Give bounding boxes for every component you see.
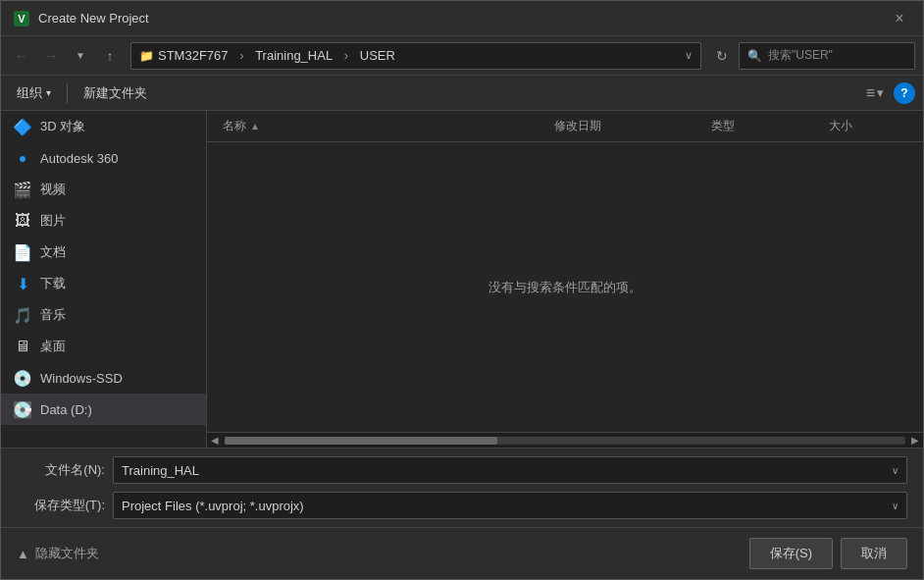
refresh-button[interactable]: ↻	[709, 43, 735, 69]
col-date-label: 修改日期	[554, 119, 601, 132]
sort-arrow: ▲	[250, 121, 260, 132]
sidebar-item-music[interactable]: 🎵 音乐	[1, 299, 206, 331]
nav-bar: ← → ▼ ↑ 📁 STM32F767 › Training_HAL › USE…	[1, 36, 923, 76]
scroll-track[interactable]	[225, 437, 905, 445]
breadcrumb-part-1[interactable]: STM32F767	[158, 48, 229, 63]
filename-dropdown-arrow[interactable]: ∨	[892, 465, 898, 476]
sidebar-item-downloads[interactable]: ⬇ 下载	[1, 268, 206, 299]
sidebar-label-data-d: Data (D:)	[40, 402, 92, 417]
horizontal-scrollbar[interactable]: ◀ ▶	[207, 432, 923, 448]
help-button[interactable]: ?	[894, 82, 915, 104]
breadcrumb-part-3[interactable]: USER	[360, 48, 395, 63]
sidebar-label-downloads: 下载	[40, 275, 66, 292]
col-size-label: 大小	[829, 119, 852, 132]
file-list-header[interactable]: 名称 ▲ 修改日期 类型 大小	[207, 111, 923, 142]
breadcrumb-bar[interactable]: 📁 STM32F767 › Training_HAL › USER ∨	[130, 42, 701, 70]
organize-arrow: ▾	[46, 87, 51, 98]
new-folder-label: 新建文件夹	[83, 84, 147, 102]
data-d-icon: 💽	[13, 399, 32, 419]
filetype-label: 保存类型(T):	[17, 497, 105, 514]
sidebar-label-autodesk: Autodesk 360	[40, 151, 119, 166]
save-button[interactable]: 保存(S)	[749, 538, 833, 569]
video-icon: 🎬	[13, 180, 32, 199]
up-small-button[interactable]: ▼	[68, 43, 93, 69]
file-list-body: 没有与搜索条件匹配的项。	[207, 142, 923, 432]
scroll-thumb[interactable]	[225, 437, 497, 445]
bottom-bar: 文件名(N): Training_HAL ∨ 保存类型(T): Project …	[1, 448, 923, 527]
title-bar: V Create New Project ×	[1, 1, 923, 36]
up-button[interactable]: ↑	[97, 43, 123, 69]
view-button[interactable]: ≡ ▾	[860, 80, 890, 106]
music-icon: 🎵	[13, 305, 32, 325]
sidebar-item-documents[interactable]: 📄 文档	[1, 237, 206, 268]
breadcrumb-dropdown-arrow[interactable]: ∨	[685, 49, 693, 62]
svg-text:V: V	[18, 13, 26, 25]
pictures-icon: 🖼	[13, 211, 32, 231]
search-icon: 🔍	[747, 49, 762, 63]
cancel-button[interactable]: 取消	[841, 538, 907, 569]
filename-row: 文件名(N): Training_HAL ∨	[17, 456, 907, 484]
filetype-value: Project Files (*.uvproj; *.uvprojx)	[122, 499, 304, 513]
sidebar-item-desktop[interactable]: 🖥 桌面	[1, 331, 206, 362]
view-icon: ≡	[866, 84, 875, 102]
dialog-window: V Create New Project × ← → ▼ ↑ 📁 STM32F7…	[0, 0, 924, 580]
toolbar: 组织 ▾ 新建文件夹 ≡ ▾ ?	[1, 76, 923, 111]
filetype-row: 保存类型(T): Project Files (*.uvproj; *.uvpr…	[17, 492, 907, 519]
sidebar-label-music: 音乐	[40, 306, 66, 324]
organize-label: 组织	[17, 84, 42, 102]
sidebar-item-windows-ssd[interactable]: 💿 Windows-SSD	[1, 362, 206, 394]
scroll-right-button[interactable]: ▶	[907, 433, 923, 448]
filename-label: 文件名(N):	[17, 461, 105, 479]
breadcrumb-sep-2: ›	[344, 48, 348, 63]
empty-message: 没有与搜索条件匹配的项。	[488, 279, 642, 296]
forward-button[interactable]: →	[38, 43, 64, 69]
action-bar: ▲ 隐藏文件夹 保存(S) 取消	[1, 527, 923, 579]
col-type-header[interactable]: 类型	[711, 118, 829, 134]
back-button[interactable]: ←	[9, 43, 34, 69]
folder-icon: 📁	[139, 49, 154, 63]
sidebar-label-video: 视频	[40, 181, 66, 198]
sidebar-item-3d-objects[interactable]: 🔷 3D 对象	[1, 111, 206, 142]
desktop-icon: 🖥	[13, 337, 32, 356]
col-date-header[interactable]: 修改日期	[554, 118, 711, 134]
sidebar-item-data-d[interactable]: 💽 Data (D:)	[1, 394, 206, 425]
toolbar-divider	[67, 83, 68, 103]
sidebar-label-pictures: 图片	[40, 212, 66, 230]
documents-icon: 📄	[13, 242, 32, 262]
collapse-icon: ▲	[17, 547, 29, 561]
sidebar-item-pictures[interactable]: 🖼 图片	[1, 205, 206, 237]
filename-input[interactable]: Training_HAL ∨	[113, 456, 907, 484]
breadcrumb-part-2[interactable]: Training_HAL	[255, 48, 333, 63]
search-box[interactable]: 🔍 搜索"USER"	[739, 42, 915, 70]
dialog-title: Create New Project	[38, 11, 888, 26]
col-name-label: 名称	[223, 118, 246, 134]
hide-folder-label: 隐藏文件夹	[35, 545, 99, 562]
scroll-left-button[interactable]: ◀	[207, 433, 223, 448]
main-content: 🔷 3D 对象 ● Autodesk 360 🎬 视频 🖼 图片 📄 文档 ⬇	[1, 111, 923, 448]
windows-ssd-icon: 💿	[13, 368, 32, 388]
col-type-label: 类型	[711, 119, 735, 132]
sidebar: 🔷 3D 对象 ● Autodesk 360 🎬 视频 🖼 图片 📄 文档 ⬇	[1, 111, 207, 448]
col-name-header[interactable]: 名称 ▲	[223, 118, 554, 134]
close-button[interactable]: ×	[888, 7, 911, 30]
sidebar-label-desktop: 桌面	[40, 338, 66, 355]
sidebar-label-windows-ssd: Windows-SSD	[40, 371, 123, 386]
file-list: 名称 ▲ 修改日期 类型 大小 没有与搜索条件匹配的项。 ◀	[207, 111, 923, 448]
new-folder-button[interactable]: 新建文件夹	[76, 80, 155, 106]
downloads-icon: ⬇	[13, 274, 32, 293]
organize-button[interactable]: 组织 ▾	[9, 80, 59, 106]
breadcrumb-text: STM32F767 › Training_HAL › USER	[158, 48, 685, 63]
sidebar-label-documents: 文档	[40, 243, 66, 261]
sidebar-item-autodesk[interactable]: ● Autodesk 360	[1, 142, 206, 174]
filename-value: Training_HAL	[122, 463, 199, 478]
app-icon: V	[13, 10, 30, 27]
breadcrumb-sep-1: ›	[239, 48, 243, 63]
filetype-dropdown-arrow[interactable]: ∨	[892, 501, 898, 511]
view-arrow: ▾	[877, 85, 884, 100]
sidebar-item-video[interactable]: 🎬 视频	[1, 174, 206, 205]
3d-objects-icon: 🔷	[13, 117, 32, 136]
hide-folder-toggle[interactable]: ▲ 隐藏文件夹	[17, 545, 99, 562]
search-placeholder: 搜索"USER"	[768, 47, 833, 64]
filetype-input[interactable]: Project Files (*.uvproj; *.uvprojx) ∨	[113, 492, 907, 519]
col-size-header[interactable]: 大小	[829, 118, 907, 134]
